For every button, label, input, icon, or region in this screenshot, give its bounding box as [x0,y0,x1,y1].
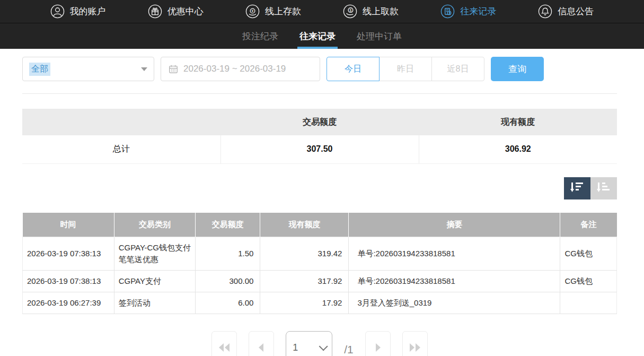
summary-total-row: 总计 307.50 306.92 [22,135,617,163]
page-select-value: 1 [293,342,298,353]
quick-date-button-group: 今日 昨日 近8日 [327,57,484,81]
col-header-amount: 交易额度 [196,213,260,237]
page-select[interactable]: 1 [286,331,332,356]
last-8-days-button[interactable]: 近8日 [431,57,484,81]
cell-remark: CG钱包 [560,237,617,271]
cell-balance: 17.92 [260,292,349,314]
sort-controls [22,177,617,199]
type-select[interactable]: 全部 [22,57,154,81]
col-header-time: 时间 [23,213,114,237]
nav-item-label: 线上存款 [265,5,301,18]
date-range-value: 2026-03-19 ~ 2026-03-19 [183,64,286,74]
main-content: 全部 2026-03-19 ~ 2026-03-19 今日 昨日 近8日 查询 … [22,57,617,356]
cell-summary: 单号:202603194233818581 [349,237,560,271]
bell-icon [538,4,552,19]
sort-ascending-icon [597,181,611,195]
user-icon [50,4,65,19]
cell-time: 2026-03-19 06:27:39 [23,292,114,314]
next-page-icon [371,342,385,355]
cell-type: CGPAY-CG钱包支付笔笔送优惠 [114,237,196,271]
sort-ascending-button[interactable] [590,177,617,199]
nav-item-label: 线上取款 [363,5,399,18]
last-page-icon [408,342,422,355]
summary-total-label: 总计 [22,135,220,163]
summary-header-empty [22,109,220,135]
cell-remark [560,292,617,314]
summary-header-transaction: 交易额度 [220,109,419,135]
records-clipboard-icon [440,4,455,19]
sub-navigation: 投注纪录 往来记录 处理中订单 [0,23,644,49]
tab-label: 处理中订单 [357,30,402,42]
tab-processing-orders[interactable]: 处理中订单 [356,23,403,49]
top-navigation: 我的账户 优惠中心 ¥ 线上存款 $ 线上取款 往来记录 信息公告 [0,0,644,23]
calendar-icon [169,64,178,74]
chevron-down-icon [141,67,147,71]
cell-remark: CG钱包 [560,271,617,292]
type-select-value: 全部 [29,63,50,76]
previous-page-button[interactable] [249,331,274,356]
nav-item-withdraw[interactable]: $ 线上取款 [343,4,399,19]
summary-transaction-total: 307.50 [220,135,419,163]
gift-icon [148,4,162,19]
col-header-summary: 摘要 [349,213,560,237]
records-header-row: 时间 交易类别 交易额度 现有额度 摘要 备注 [23,213,617,237]
cell-summary: 单号:202603194233818581 [349,271,560,292]
table-row: 2026-03-19 07:38:13 CGPAY-CG钱包支付笔笔送优惠 1.… [23,237,617,271]
deposit-coin-hand-icon: ¥ [245,4,260,19]
cell-amount: 6.00 [196,292,260,314]
tab-transaction-records[interactable]: 往来记录 [298,23,337,49]
summary-header-balance: 现有额度 [419,109,617,135]
col-header-type: 交易类别 [114,213,196,237]
cell-amount: 300.00 [196,271,260,292]
chevron-down-icon [319,342,328,351]
yesterday-button[interactable]: 昨日 [379,57,432,81]
tab-label: 往来记录 [299,30,336,42]
nav-item-announcements[interactable]: 信息公告 [538,4,594,19]
col-header-remark: 备注 [560,213,617,237]
today-button[interactable]: 今日 [327,57,380,81]
search-button[interactable]: 查询 [491,57,544,81]
withdraw-coin-hand-icon: $ [343,4,357,19]
next-page-button[interactable] [365,331,391,356]
table-row: 2026-03-19 06:27:39 签到活动 6.00 17.92 3月登入… [23,292,617,314]
cell-time: 2026-03-19 07:38:13 [23,271,114,292]
records-table: 时间 交易类别 交易额度 现有额度 摘要 备注 2026-03-19 07:38… [22,213,617,315]
nav-item-label: 我的账户 [70,5,106,18]
cell-summary: 3月登入签到送_0319 [349,292,560,314]
cell-type: 签到活动 [114,292,196,314]
cell-type: CGPAY支付 [114,271,196,292]
cell-time: 2026-03-19 07:38:13 [23,237,114,271]
summary-header-row: 交易额度 现有额度 [22,109,617,135]
sort-descending-icon [570,181,584,195]
tab-betting-records[interactable]: 投注纪录 [241,23,279,49]
nav-item-transactions[interactable]: 往来记录 [440,4,496,19]
nav-item-deposit[interactable]: ¥ 线上存款 [245,4,301,19]
nav-item-promotions[interactable]: 优惠中心 [148,4,204,19]
nav-item-my-account[interactable]: 我的账户 [50,4,106,19]
pagination: 1 /1 [22,331,617,356]
tab-label: 投注纪录 [242,30,278,42]
cell-balance: 317.92 [260,271,349,292]
table-row: 2026-03-19 07:38:13 CGPAY支付 300.00 317.9… [23,271,617,292]
svg-text:$: $ [350,8,352,12]
nav-item-label: 信息公告 [558,5,594,18]
first-page-icon [217,342,231,355]
col-header-balance: 现有额度 [260,213,349,237]
previous-page-icon [254,342,268,355]
filter-row: 全部 2026-03-19 ~ 2026-03-19 今日 昨日 近8日 查询 [22,57,617,81]
summary-table: 交易额度 现有额度 总计 307.50 306.92 [22,109,617,164]
first-page-button[interactable] [211,331,237,356]
section-divider [22,93,617,94]
nav-item-label: 优惠中心 [167,5,204,18]
cell-balance: 319.42 [260,237,349,271]
page-total-label: /1 [344,343,354,356]
sort-descending-button[interactable] [564,177,590,199]
nav-item-label: 往来记录 [460,5,496,18]
last-page-button[interactable] [402,331,428,356]
summary-balance-total: 306.92 [419,135,617,163]
svg-text:¥: ¥ [252,9,254,13]
cell-amount: 1.50 [196,237,260,271]
date-range-input[interactable]: 2026-03-19 ~ 2026-03-19 [161,57,320,81]
